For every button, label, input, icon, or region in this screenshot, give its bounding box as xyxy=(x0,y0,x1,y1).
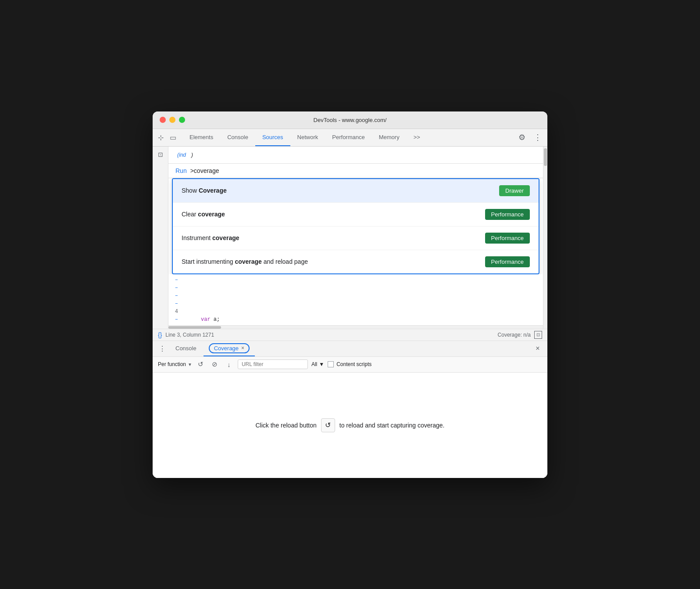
title-bar: DevTools - www.google.com/ xyxy=(153,111,547,129)
result-text-clear: Clear coverage xyxy=(182,211,225,218)
device-icon[interactable]: ▭ xyxy=(168,133,177,142)
result-row-start-instrumenting[interactable]: Start instrumenting coverage and reload … xyxy=(173,250,539,273)
toolbar-right: ⚙ ⋮ xyxy=(516,131,544,144)
scroll-bar[interactable] xyxy=(168,325,543,329)
devtools-body: ⊹ ▭ Elements Console Sources Network Per… xyxy=(153,129,547,478)
result-row-instrument-coverage[interactable]: Instrument coverage Performance xyxy=(173,226,539,250)
source-line-5: 4 xyxy=(168,308,543,316)
content-scripts-text: Content scripts xyxy=(336,361,371,367)
coverage-main: Click the reload button ↺ to reload and … xyxy=(153,373,547,478)
reload-coverage-button[interactable]: ↺ xyxy=(196,359,206,370)
reload-button-icon[interactable]: ↺ xyxy=(321,418,335,432)
tab-sources[interactable]: Sources xyxy=(255,129,290,146)
ind-label-close: ) xyxy=(191,152,193,158)
right-scroll-thumb xyxy=(544,148,547,166)
settings-icon[interactable]: ⚙ xyxy=(516,131,528,144)
inspect-icon[interactable]: ⊹ xyxy=(156,133,165,142)
status-right: Coverage: n/a ⊡ xyxy=(498,331,542,339)
tab-memory[interactable]: Memory xyxy=(372,129,407,146)
line-dash-4: – xyxy=(168,301,182,307)
tab-performance[interactable]: Performance xyxy=(325,129,371,146)
coverage-toolbar: Per function ▼ ↺ ⊘ ↓ All ▼ Content scrip… xyxy=(153,357,547,373)
content-scripts-checkbox[interactable] xyxy=(328,361,334,367)
command-area: ⊡ (ind ) Run >coverage xyxy=(153,147,547,329)
result-badge-performance-3[interactable]: Performance xyxy=(485,256,530,267)
command-input-bar: Run >coverage xyxy=(168,164,543,178)
format-icon[interactable]: {} xyxy=(158,331,162,338)
ind-label: (ind xyxy=(174,150,189,160)
url-filter-input[interactable] xyxy=(238,359,308,369)
status-left: {} Line 3, Column 1271 xyxy=(158,331,214,338)
tab-console[interactable]: Console xyxy=(220,129,255,146)
line-dash-6: – xyxy=(168,316,182,323)
source-area: – – – – xyxy=(168,274,543,325)
toolbar-icons: ⊹ ▭ xyxy=(156,133,177,142)
line-dash-1: – xyxy=(168,277,182,283)
per-function-label: Per function xyxy=(158,361,186,367)
clear-coverage-button[interactable]: ⊘ xyxy=(210,359,220,370)
dropdown-arrow-icon: ▼ xyxy=(188,362,192,367)
line-dash-2: – xyxy=(168,285,182,291)
drawer-tab-console[interactable]: Console xyxy=(170,341,202,356)
drawer-more-icon[interactable]: ⋮ xyxy=(156,342,168,355)
close-button[interactable] xyxy=(160,117,166,123)
result-text-show: Show Coverage xyxy=(182,187,227,194)
coverage-status: Coverage: n/a xyxy=(498,332,531,338)
source-line-3: – xyxy=(168,292,543,300)
source-line-1: – xyxy=(168,276,543,284)
tab-list: Elements Console Sources Network Perform… xyxy=(182,129,514,146)
per-function-dropdown[interactable]: Per function ▼ xyxy=(158,361,192,367)
result-text-instrument: Instrument coverage xyxy=(182,234,239,241)
scroll-thumb xyxy=(168,326,221,329)
result-badge-performance-1[interactable]: Performance xyxy=(485,209,530,220)
devtools-window: DevTools - www.google.com/ ⊹ ▭ Elements … xyxy=(153,111,547,478)
source-line-2: – xyxy=(168,284,543,292)
line-number-5: 4 xyxy=(168,309,182,315)
coverage-tab-label: Coverage xyxy=(214,345,239,352)
tab-network[interactable]: Network xyxy=(290,129,325,146)
main-toolbar: ⊹ ▭ Elements Console Sources Network Per… xyxy=(153,129,547,147)
right-scrollbar[interactable] xyxy=(543,147,547,329)
all-dropdown-arrow: ▼ xyxy=(319,361,324,367)
message-before: Click the reload button xyxy=(255,422,316,429)
result-row-show-coverage[interactable]: Show Coverage Drawer xyxy=(173,179,539,203)
window-title: DevTools - www.google.com/ xyxy=(314,117,387,123)
cursor-position: Line 3, Column 1271 xyxy=(165,332,214,338)
result-row-clear-coverage[interactable]: Clear coverage Performance xyxy=(173,203,539,226)
maximize-button[interactable] xyxy=(179,117,185,123)
left-sidebar: ⊡ xyxy=(153,147,168,329)
drawer-close-button[interactable]: × xyxy=(532,342,544,355)
result-badge-performance-2[interactable]: Performance xyxy=(485,233,530,244)
coverage-tab-wrapper: Coverage × xyxy=(209,343,250,353)
line-code-6: var a; xyxy=(182,316,220,323)
result-text-start: Start instrumenting coverage and reload … xyxy=(182,258,308,265)
command-text[interactable]: >coverage xyxy=(190,167,219,174)
dropdown-results: Show Coverage Drawer Clear coverage Perf… xyxy=(172,178,539,274)
all-label: All xyxy=(311,361,317,367)
status-bar: {} Line 3, Column 1271 Coverage: n/a ⊡ xyxy=(153,329,547,341)
drawer-tab-bar: ⋮ Console Coverage × × xyxy=(153,341,547,357)
coverage-tab-close[interactable]: × xyxy=(241,345,244,351)
tab-elements[interactable]: Elements xyxy=(182,129,220,146)
minimize-button[interactable] xyxy=(169,117,175,123)
message-after: to reload and start capturing coverage. xyxy=(339,422,445,429)
sidebar-toggle-icon[interactable]: ⊡ xyxy=(154,148,167,161)
content-scripts-label[interactable]: Content scripts xyxy=(328,361,371,367)
traffic-lights xyxy=(160,117,185,123)
source-line-4: – xyxy=(168,300,543,308)
line-dash-3: – xyxy=(168,293,182,299)
drawer-tab-coverage[interactable]: Coverage × xyxy=(204,341,255,356)
coverage-panel-icon[interactable]: ⊡ xyxy=(534,331,542,339)
reload-message: Click the reload button ↺ to reload and … xyxy=(255,418,444,432)
more-options-icon[interactable]: ⋮ xyxy=(532,131,544,144)
result-badge-drawer[interactable]: Drawer xyxy=(499,185,530,196)
source-line-6: – var a; xyxy=(168,316,543,323)
download-coverage-button[interactable]: ↓ xyxy=(224,359,234,370)
tab-more[interactable]: >> xyxy=(407,129,427,146)
all-filter-dropdown[interactable]: All ▼ xyxy=(311,361,324,367)
run-label: Run xyxy=(175,167,187,174)
